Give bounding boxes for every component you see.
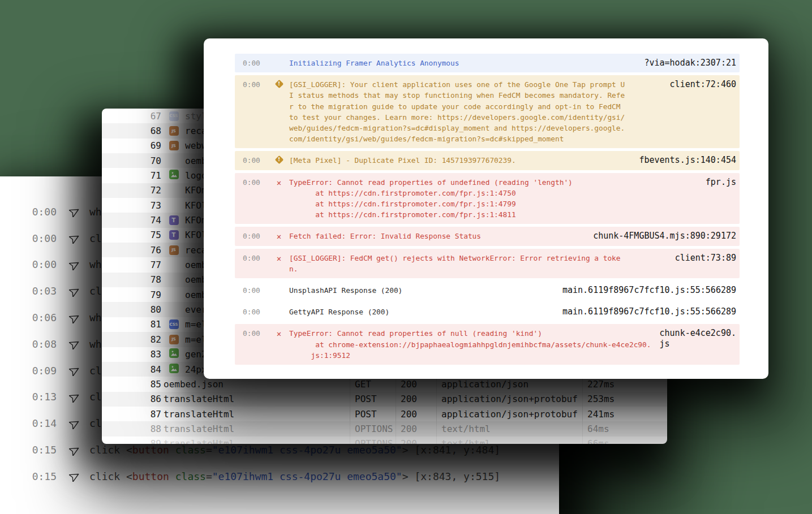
request-name: oembed.json [164, 379, 350, 390]
table-row[interactable]: 87translateHtmlPOST200application/json+p… [102, 407, 667, 421]
x-icon: ✕ [277, 254, 281, 262]
image-file-icon [169, 170, 179, 182]
timestamp: 0:03 [0, 285, 57, 297]
file-icon-slot: CSS [167, 109, 181, 123]
source-location[interactable]: chunk-4FMGBUS4.mjs:890:29172 [593, 231, 736, 241]
error-icon: ✕ [269, 231, 289, 240]
request-name: translateHtml [164, 424, 350, 434]
timestamp: 0:00 [243, 306, 269, 317]
timestamp: 0:00 [0, 258, 57, 270]
font-file-icon: T [169, 215, 179, 225]
cursor-send-icon [69, 365, 80, 376]
source-location[interactable]: client:73:89 [675, 253, 736, 264]
file-icon-slot [167, 198, 181, 213]
file-icon-slot: T [167, 228, 181, 243]
timestamp: 0:00 [243, 231, 269, 241]
request-name: translateHtml [164, 394, 350, 404]
file-icon-slot: JS [167, 139, 181, 153]
content-type: text/html [436, 437, 582, 444]
timestamp: 0:06 [0, 312, 57, 323]
request-row-number: 81 [102, 319, 161, 330]
request-row-number: 79 [102, 290, 161, 300]
event-token [169, 470, 175, 482]
no-icon [269, 58, 289, 59]
request-row-number: 80 [102, 304, 161, 315]
file-icon-slot: JS [167, 243, 181, 257]
source-location[interactable]: ?via=hodak:2307:21 [644, 58, 736, 68]
table-row[interactable]: 86translateHtmlPOST200application/json+p… [102, 392, 667, 407]
timestamp: 0:00 [243, 253, 269, 264]
event-token: button [132, 470, 169, 482]
error-icon: ✕ [269, 177, 289, 187]
event-token: [x:843, y:515] [414, 470, 500, 482]
event-row[interactable]: 0:15click <button class="e107ihwm1 css-4… [0, 463, 559, 490]
event-text: wh [89, 206, 102, 218]
console-row[interactable]: 0:00![GSI_LOGGER]: Your client applicati… [235, 75, 740, 148]
cursor-send-icon [69, 286, 80, 297]
status-code: 200 [396, 421, 436, 436]
console-row[interactable]: 0:00Initializing Framer Analytics Anonym… [235, 54, 740, 72]
event-token: "e107ihwm1 css-4po27u emeo5a50" [212, 444, 402, 456]
source-location[interactable]: client:72:460 [670, 79, 736, 90]
request-duration: 64ms [582, 421, 667, 436]
file-icon-slot [167, 153, 181, 168]
source-location[interactable]: main.6119f8967c7fcf10.js:55:566289 [562, 306, 736, 317]
console-row[interactable]: 0:00UnsplashAPI Response (200)main.6119f… [235, 281, 740, 300]
console-row[interactable]: 0:00GettyAPI Response (200)main.6119f896… [235, 303, 740, 321]
warning-icon: ! [269, 79, 289, 87]
file-icon-slot [167, 302, 181, 317]
request-row-number: 87 [102, 409, 161, 420]
request-row-number: 73 [102, 200, 161, 211]
file-icon-slot [167, 183, 181, 198]
event-token: click < [89, 470, 132, 482]
x-icon: ✕ [277, 232, 281, 240]
file-icon-slot [167, 347, 181, 362]
event-token: class [175, 444, 206, 456]
request-row-number: 85 [102, 379, 161, 390]
console-row[interactable]: 0:00✕TypeError: Cannot read properties o… [235, 324, 740, 365]
timestamp: 0:15 [0, 444, 57, 456]
event-text: cl [89, 365, 102, 377]
cursor-send-icon [69, 391, 80, 403]
source-location[interactable]: chunk-e4ce2c90. js [660, 328, 736, 349]
timestamp: 0:00 [0, 206, 57, 218]
request-row-number: 77 [102, 260, 161, 270]
timestamp: 0:08 [0, 338, 57, 350]
event-token: "e107ihwm1 css-4po27u emeo5a50" [212, 470, 402, 482]
request-duration: 241ms [582, 407, 667, 421]
console-row[interactable]: 0:00✕[GSI_LOGGER]: FedCM get() rejects w… [235, 249, 740, 278]
warning-icon: ! [269, 155, 289, 163]
x-icon: ✕ [277, 179, 281, 187]
console-row[interactable]: 0:00✕Fetch failed: Error: Invalid Respon… [235, 227, 740, 245]
font-file-icon: T [169, 230, 179, 240]
source-location[interactable]: main.6119f8967c7fcf10.js:55:566289 [562, 285, 736, 296]
source-location[interactable]: fbevents.js:140:454 [639, 155, 736, 166]
event-token: class [175, 470, 206, 482]
request-row-number: 69 [102, 140, 161, 151]
console-message: TypeError: Cannot read properties of und… [289, 177, 698, 221]
timestamp: 0:14 [0, 417, 57, 429]
cursor-send-icon [69, 418, 80, 429]
file-icon-slot [167, 287, 181, 302]
js-file-icon: JS [169, 245, 179, 255]
request-row-number: 70 [102, 156, 161, 166]
error-icon: ✕ [269, 328, 289, 338]
file-icon-slot [167, 273, 181, 287]
console-row[interactable]: 0:00✕TypeError: Cannot read properties o… [235, 173, 740, 224]
table-row[interactable]: 85oembed.jsonGET200application/json227ms [102, 377, 667, 391]
js-file-icon: JS [169, 126, 179, 136]
request-row-number: 82 [102, 334, 161, 345]
request-row-number: 84 [102, 364, 161, 375]
cursor-send-icon [69, 259, 80, 270]
event-token: = [206, 470, 212, 482]
timestamp: 0:09 [0, 365, 57, 377]
x-icon: ✕ [277, 330, 281, 338]
table-row[interactable]: 88translateHtmlOPTIONS200text/html64ms [102, 421, 667, 436]
console-panel: 0:00Initializing Framer Analytics Anonym… [204, 38, 768, 379]
table-row[interactable]: 89translateHtmlOPTIONS200text/html66ms [102, 437, 667, 444]
source-location[interactable]: fpr.js [706, 177, 736, 188]
cursor-send-icon [69, 444, 80, 456]
console-message: Initializing Framer Analytics Anonymous [289, 58, 636, 68]
console-row[interactable]: 0:00![Meta Pixel] - Duplicate Pixel ID: … [235, 151, 740, 170]
warning-diamond-icon: ! [274, 80, 283, 89]
